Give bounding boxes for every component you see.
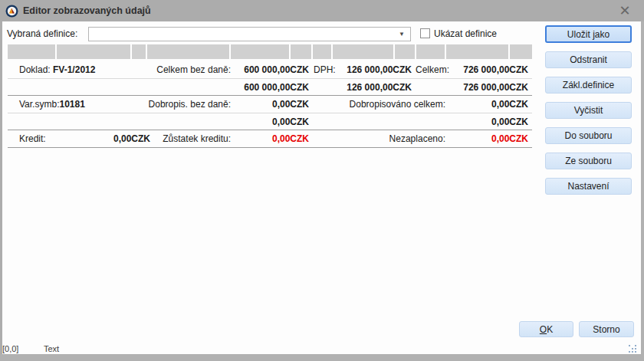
grid-row: Var.symb:10181Dobropis. bez daně:0,00CZK… xyxy=(8,96,532,113)
from-file-button[interactable]: Ze souboru xyxy=(545,153,632,169)
grid-header-cell[interactable] xyxy=(8,44,55,59)
resize-grip[interactable] xyxy=(629,345,637,353)
grid-header-cell[interactable] xyxy=(416,44,445,59)
definition-label: Vybraná definice: xyxy=(7,28,77,39)
grid-header-cell[interactable] xyxy=(132,44,146,59)
titlebar[interactable]: Editor zobrazovaných údajů ✕ xyxy=(0,0,644,21)
grid-row: Doklad: FV-1/2012Celkem bez daně:600 000… xyxy=(8,61,532,79)
grid-cell[interactable]: Doklad: FV-1/2012 xyxy=(19,61,95,78)
grid-cell[interactable]: 0,00CZK xyxy=(491,113,528,130)
grid-cell[interactable]: Kredit: xyxy=(19,130,46,147)
grid-header-cell[interactable] xyxy=(57,44,130,59)
clear-button[interactable]: Vyčistit xyxy=(545,102,632,119)
grid-cell[interactable]: 0,00CZK xyxy=(113,130,150,147)
show-definition-checkbox[interactable] xyxy=(420,28,430,38)
app-logo-icon xyxy=(5,5,18,18)
grid-cell[interactable]: 600 000,00CZK xyxy=(244,61,309,78)
grid-header-cell[interactable] xyxy=(510,44,532,59)
save-as-button[interactable]: Uložit jako xyxy=(545,25,632,43)
editor-dialog: Editor zobrazovaných údajů ✕ Vybraná def… xyxy=(0,0,644,361)
grid-cell[interactable]: Nezaplaceno: xyxy=(389,130,445,147)
grid-header-cell[interactable] xyxy=(446,44,508,59)
grid-header-cell[interactable] xyxy=(333,44,393,59)
window-border-left xyxy=(0,21,2,361)
grid-row: 0,00CZK0,00CZK xyxy=(8,113,532,130)
close-icon[interactable]: ✕ xyxy=(616,2,634,20)
grid-cell[interactable]: Var.symb:10181 xyxy=(19,96,85,113)
data-grid: Doklad: FV-1/2012Celkem bez daně:600 000… xyxy=(8,61,532,148)
grid-cell[interactable]: 0,00CZK xyxy=(272,130,309,147)
base-definition-button[interactable]: Zákl.definice xyxy=(545,77,632,94)
grid-row: 600 000,00CZK126 000,00CZK726 000,00CZK xyxy=(8,79,532,96)
grid-cell[interactable]: 726 000,00CZK xyxy=(463,79,528,95)
grid-header-cell[interactable] xyxy=(231,44,289,59)
delete-button[interactable]: Odstranit xyxy=(545,51,632,68)
grid-header-cell[interactable] xyxy=(395,44,415,59)
window-title: Editor zobrazovaných údajů xyxy=(23,5,151,16)
window-border-bottom xyxy=(0,354,644,361)
cancel-button[interactable]: Storno xyxy=(579,321,634,337)
grid-cell[interactable]: Dobropisováno celkem: xyxy=(350,96,445,113)
grid-cell[interactable]: 600 000,00CZK xyxy=(244,79,309,95)
mode-status: Text xyxy=(44,344,59,353)
grid-cell[interactable]: 0,00CZK xyxy=(272,113,309,130)
grid-cell[interactable]: 0,00CZK xyxy=(491,130,528,147)
window-border-right xyxy=(641,21,644,361)
grid-cell[interactable]: 726 000,00CZK xyxy=(463,61,528,78)
grid-header-cell[interactable] xyxy=(147,44,229,59)
chevron-down-icon[interactable]: ▼ xyxy=(393,31,410,38)
grid-header-cell[interactable] xyxy=(291,44,311,59)
grid-cell[interactable]: Zůstatek kreditu: xyxy=(163,130,231,147)
grid-cell[interactable]: Celkem: xyxy=(416,61,449,78)
show-definition-label: Ukázat definice xyxy=(434,28,497,39)
to-file-button[interactable]: Do souboru xyxy=(545,127,632,144)
grid-cell[interactable]: Dobropis. bez daně: xyxy=(149,96,231,113)
grid-cell[interactable]: Celkem bez daně: xyxy=(156,61,231,78)
grid-cell[interactable]: 0,00CZK xyxy=(491,96,528,113)
settings-button[interactable]: Nastavení xyxy=(545,178,632,195)
definition-combobox[interactable]: ▼ xyxy=(88,27,411,41)
grid-cell[interactable]: 0,00CZK xyxy=(272,96,309,113)
side-button-column: Uložit jakoOdstranitZákl.definiceVyčisti… xyxy=(545,25,632,195)
ok-button[interactable]: OK xyxy=(519,321,573,337)
grid-header-cell[interactable] xyxy=(313,44,331,59)
grid-cell[interactable]: 126 000,00CZK xyxy=(347,61,412,78)
grid-row: Kredit:0,00CZKZůstatek kreditu:0,00CZKNe… xyxy=(8,130,532,148)
cell-position-status: [0,0] xyxy=(2,344,18,353)
grid-cell[interactable]: 126 000,00CZK xyxy=(347,79,412,95)
grid-header xyxy=(8,44,532,59)
grid-cell[interactable]: DPH: xyxy=(314,61,336,78)
